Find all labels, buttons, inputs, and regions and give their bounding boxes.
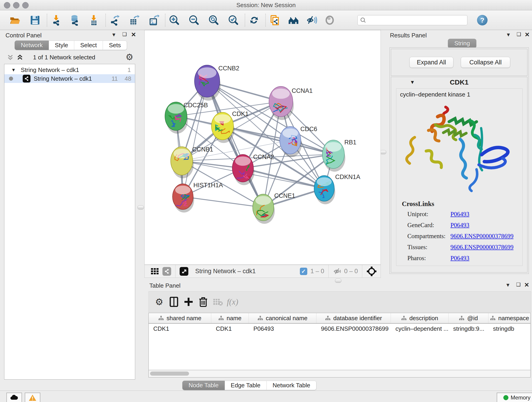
network-node-CDKN1A[interactable]: CDKN1A <box>314 173 360 204</box>
network-collection-label: String Network – cdk1 <box>21 66 79 74</box>
zoom-selected-button[interactable] <box>228 14 239 26</box>
network-edge[interactable] <box>183 197 263 207</box>
horizontal-scrollbar-thumb[interactable] <box>150 371 189 376</box>
column-header--id[interactable]: @id <box>449 313 488 323</box>
network-view-toolbar: String Network – cdk1 ✓ 1 – 0 0 – 0 <box>144 265 381 278</box>
help-button[interactable]: ? <box>477 15 488 26</box>
open-session-button[interactable] <box>9 14 21 26</box>
tree-expander-icon[interactable]: ▼ <box>11 67 16 73</box>
results-tab-string[interactable]: String <box>448 39 476 48</box>
tab-select[interactable]: Select <box>74 41 103 50</box>
column-header-name[interactable]: name <box>211 313 249 323</box>
table-cell[interactable]: CDK1 <box>211 324 249 334</box>
first-neighbors-button[interactable] <box>288 14 299 26</box>
pan-crosshair-icon[interactable] <box>366 266 377 277</box>
network-node-RB1[interactable]: RB1 <box>322 139 356 172</box>
table-panel-float-icon[interactable]: ❑ <box>516 282 521 288</box>
crosslink-value-link[interactable]: P06493 <box>450 211 469 218</box>
search-input[interactable] <box>366 17 459 24</box>
control-panel-close-icon[interactable]: ✕ <box>131 31 136 38</box>
control-panel-collapse-icon[interactable]: ▼ <box>111 32 116 38</box>
hide-selected-button[interactable] <box>306 14 317 26</box>
zoom-out-button[interactable] <box>188 14 200 26</box>
crosslink-value-link[interactable]: P06493 <box>450 222 469 229</box>
collapse-all-button[interactable]: Collapse All <box>461 57 510 68</box>
export-table-button[interactable] <box>128 14 140 26</box>
table-settings-gear-icon[interactable]: ⚙ <box>152 295 167 308</box>
show-all-button[interactable] <box>324 14 336 26</box>
network-share-icon[interactable] <box>162 267 171 276</box>
grid-view-icon[interactable] <box>151 267 159 275</box>
results-panel-float-icon[interactable]: ❑ <box>517 32 521 37</box>
horizontal-scrollbar[interactable] <box>148 370 531 377</box>
warning-triangle-icon <box>29 394 36 401</box>
node-label: CDC25B <box>184 102 208 109</box>
memory-button[interactable]: Memory <box>497 393 532 402</box>
network-node-HIST1H1A[interactable]: HIST1H1A <box>172 182 223 212</box>
save-session-button[interactable] <box>29 14 41 26</box>
column-header-namespace[interactable]: namespace <box>488 313 531 323</box>
network-node-CDC25B[interactable]: CDC25B <box>165 102 208 134</box>
table-cell[interactable]: stringdb:9... <box>449 324 488 334</box>
import-table-button[interactable] <box>88 14 99 26</box>
table-cell[interactable]: P06493 <box>249 324 317 334</box>
import-network-database-button[interactable] <box>69 14 80 26</box>
tab-network[interactable]: Network <box>15 41 49 50</box>
tab-node-table[interactable]: Node Table <box>182 381 225 390</box>
column-header-canonical-name[interactable]: canonical name <box>249 313 317 323</box>
gene-detail-box: cyclin–dependent kinase 1 <box>396 89 523 266</box>
table-cell[interactable]: stringdb <box>488 324 531 334</box>
network-row-selected[interactable]: String Network – cdk1 11 48 <box>4 74 135 83</box>
toolbar-search-field[interactable] <box>357 15 467 25</box>
birds-eye-view-icon[interactable] <box>180 267 188 276</box>
export-network-button[interactable] <box>109 14 120 26</box>
table-cell[interactable]: cyclin–dependent ... <box>391 324 449 334</box>
table-cell[interactable]: 9606.ENSP00000378699 <box>317 324 391 334</box>
network-canvas[interactable]: CCNB2CCNA1CDC25BCDK1CDC6RB1CCNB1CCNA2CDK… <box>144 30 381 265</box>
left-splitter-handle[interactable] <box>138 205 144 210</box>
crosslink-value-link[interactable]: 9606.ENSP00000378699 <box>450 233 513 240</box>
results-panel-close-icon[interactable]: ✕ <box>525 31 530 38</box>
import-network-file-button[interactable] <box>51 14 62 26</box>
selected-nodes-checkbox-icon[interactable]: ✓ <box>300 268 307 275</box>
results-panel-collapse-icon[interactable]: ▼ <box>506 32 511 38</box>
table-row[interactable]: CDK1CDK1P064939606.ENSP00000378699cyclin… <box>149 324 530 334</box>
control-panel-float-icon[interactable]: ❑ <box>122 32 127 37</box>
node-gloss-highlight <box>168 104 184 114</box>
expand-all-button[interactable]: Expand All <box>409 57 453 68</box>
crosslink-value-link[interactable]: 9606.ENSP00000378699 <box>450 244 513 251</box>
export-image-button[interactable] <box>148 14 159 26</box>
clone-network-button[interactable] <box>269 14 280 26</box>
export-table-icon <box>128 15 139 26</box>
show-column-icon[interactable] <box>167 295 181 308</box>
network-node-CCNA1[interactable]: CCNA1 <box>269 86 313 120</box>
column-header-shared-name[interactable]: shared name <box>149 313 211 323</box>
table-cell[interactable]: CDK1 <box>149 324 211 334</box>
tab-style[interactable]: Style <box>49 41 74 50</box>
node-gloss-highlight <box>173 149 190 158</box>
expand-collapse-box: Expand All Collapse All <box>391 49 527 76</box>
delete-column-trash-icon[interactable] <box>196 295 210 308</box>
node-table[interactable]: shared namenamecanonical namedatabase id… <box>148 313 531 370</box>
gene-symbol: CDK1 <box>391 78 527 86</box>
tab-edge-table[interactable]: Edge Table <box>225 381 267 390</box>
network-node-CCNB2[interactable]: CCNB2 <box>195 65 239 101</box>
table-panel-collapse-icon[interactable]: ▼ <box>505 282 510 288</box>
zoom-fit-button[interactable] <box>208 14 220 26</box>
column-header-description[interactable]: description <box>391 313 449 323</box>
refresh-view-button[interactable] <box>248 14 260 26</box>
column-header-database-identifier[interactable]: database identifier <box>317 313 391 323</box>
zoom-in-button[interactable] <box>169 14 180 26</box>
network-list: ▼ String Network – cdk1 1 String Network… <box>4 64 135 380</box>
tab-sets[interactable]: Sets <box>103 41 127 50</box>
right-splitter-handle[interactable] <box>380 150 386 154</box>
warnings-button[interactable] <box>25 393 40 402</box>
tab-network-table[interactable]: Network Table <box>267 381 317 390</box>
add-column-icon[interactable] <box>181 295 196 308</box>
network-collection-row[interactable]: ▼ String Network – cdk1 1 <box>4 64 135 74</box>
network-options-gear-icon[interactable]: ⚙ <box>126 52 133 62</box>
cloud-status-button[interactable] <box>6 393 22 402</box>
network-node-CCNE1[interactable]: CCNE1 <box>253 192 295 224</box>
crosslink-value-link[interactable]: P06493 <box>450 255 469 262</box>
table-panel-close-icon[interactable]: ✕ <box>524 281 529 288</box>
